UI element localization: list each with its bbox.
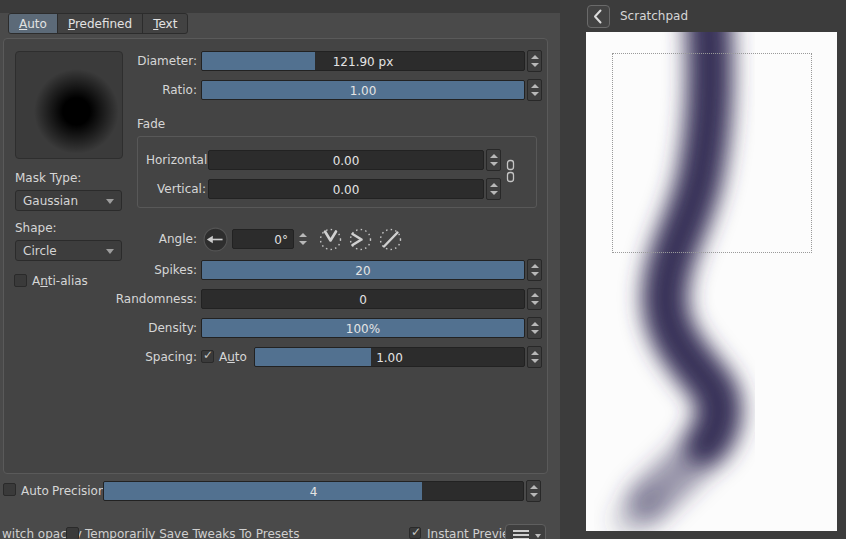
check-icon: ✓ (411, 525, 421, 539)
spacing-auto-accel: u (227, 350, 235, 364)
spin-up-icon[interactable] (490, 183, 498, 187)
spin-down-icon[interactable] (531, 330, 539, 334)
spin-up-icon[interactable] (299, 233, 307, 237)
spin-down-icon[interactable] (531, 92, 539, 96)
precision-auto-label: Auto (21, 484, 49, 498)
ratio-value: 1.00 (202, 84, 524, 98)
spin-up-icon[interactable] (531, 84, 539, 88)
spikes-label: Spikes: (4, 263, 197, 277)
spacing-label: Spacing: (4, 350, 197, 364)
spacing-auto-checkbox[interactable]: ✓ (201, 350, 214, 363)
diameter-label: Diameter: (4, 54, 197, 68)
spin-down-icon[interactable] (490, 162, 498, 166)
spacing-auto-label: Auto (219, 350, 247, 364)
fade-vertical-label: Vertical: (146, 182, 206, 196)
link-fade-icon[interactable] (504, 159, 517, 183)
spacing-value: 1.00 (255, 351, 524, 365)
spin-down-icon[interactable] (299, 241, 307, 245)
spin-down-icon[interactable] (530, 493, 538, 497)
fade-horizontal-spinner[interactable] (486, 149, 501, 171)
fade-vertical-slider[interactable]: 0.00 (208, 179, 484, 199)
angle-spinner[interactable] (295, 228, 310, 250)
tab-text[interactable]: Text (143, 14, 187, 33)
fade-group-title: Fade (137, 117, 165, 131)
precision-value: 4 (104, 485, 523, 499)
angle-dial[interactable] (203, 227, 228, 252)
brush-settings-pane: Auto Predefined Text Mask Type: Gaussian… (0, 0, 560, 539)
scratchpad-pane: Scratchpad (560, 0, 846, 539)
mask-type-label: Mask Type: (15, 171, 81, 185)
ratio-spinner[interactable] (527, 79, 542, 101)
density-spinner[interactable] (527, 317, 542, 339)
scratchpad-back-button[interactable] (587, 5, 610, 28)
spikes-value: 20 (202, 264, 524, 278)
angle-label: Angle: (4, 232, 197, 246)
tab-predefined-accel: P (68, 17, 75, 31)
check-icon: ✓ (203, 348, 213, 362)
mask-type-value: Gaussian (23, 194, 78, 208)
spacing-auto-pre: A (219, 350, 227, 364)
angle-reset-up-icon[interactable] (318, 227, 343, 252)
spacing-spinner[interactable] (527, 346, 542, 368)
randomness-slider[interactable]: 0 (201, 289, 525, 309)
tab-auto[interactable]: Auto (9, 14, 58, 33)
top-strip (0, 0, 560, 13)
mask-type-dropdown[interactable]: Gaussian (15, 190, 122, 211)
spikes-slider[interactable]: 20 (201, 260, 525, 280)
auto-brush-panel: Mask Type: Gaussian Shape: Circle Anti-a… (3, 38, 548, 474)
spacing-slider[interactable]: 1.00 (254, 347, 525, 367)
spin-down-icon[interactable] (531, 301, 539, 305)
ratio-slider[interactable]: 1.00 (201, 80, 525, 100)
fade-groupbox: Horizontal: 0.00 Vertical: 0.00 (137, 136, 537, 208)
spin-up-icon[interactable] (531, 55, 539, 59)
presets-menu-button[interactable] (505, 524, 546, 539)
density-label: Density: (4, 321, 197, 335)
save-tweaks-label: Temporarily Save Tweaks To Presets (85, 527, 299, 539)
density-slider[interactable]: 100% (201, 318, 525, 338)
precision-auto-checkbox[interactable] (3, 483, 16, 496)
randomness-value: 0 (202, 293, 524, 307)
spacing-auto-post: to (235, 350, 247, 364)
spin-down-icon[interactable] (490, 191, 498, 195)
tab-predefined-label: redefined (75, 17, 132, 31)
scratchpad-preset-area (612, 53, 812, 253)
spin-down-icon[interactable] (531, 63, 539, 67)
brush-tip-tabbar: Auto Predefined Text (8, 13, 188, 34)
spin-up-icon[interactable] (490, 154, 498, 158)
spin-up-icon[interactable] (531, 293, 539, 297)
spin-up-icon[interactable] (531, 264, 539, 268)
precision-spinner[interactable] (526, 480, 541, 502)
save-tweaks-checkbox[interactable] (66, 527, 79, 539)
tab-auto-accel: A (19, 17, 27, 31)
spin-down-icon[interactable] (531, 272, 539, 276)
diameter-value: 121.90 px (202, 55, 524, 69)
spin-up-icon[interactable] (530, 485, 538, 489)
brush-editor-window: Auto Predefined Text Mask Type: Gaussian… (0, 0, 846, 539)
angle-spinbox[interactable]: 0° (232, 229, 294, 249)
chevron-left-icon (588, 6, 609, 27)
precision-slider[interactable]: 4 (103, 481, 524, 501)
spin-up-icon[interactable] (531, 351, 539, 355)
spin-down-icon[interactable] (531, 359, 539, 363)
instant-preview-checkbox[interactable]: ✓ (409, 527, 421, 539)
angle-reset-left-icon[interactable] (348, 227, 373, 252)
precision-label: Precision: (52, 484, 110, 498)
angle-value: 0° (274, 233, 288, 247)
tab-text-label: ext (158, 17, 177, 31)
fade-vertical-spinner[interactable] (486, 178, 501, 200)
shape-value: Circle (23, 244, 57, 258)
scratchpad-title: Scratchpad (620, 9, 688, 23)
scratchpad-canvas[interactable] (586, 32, 837, 531)
chevron-down-icon (535, 534, 541, 538)
spikes-spinner[interactable] (527, 259, 542, 281)
spin-up-icon[interactable] (531, 322, 539, 326)
fade-horizontal-label: Horizontal: (146, 153, 206, 167)
randomness-spinner[interactable] (527, 288, 542, 310)
tab-predefined[interactable]: Predefined (58, 14, 143, 33)
fade-horizontal-slider[interactable]: 0.00 (208, 150, 484, 170)
angle-reset-diagonal-icon[interactable] (378, 227, 403, 252)
diameter-slider[interactable]: 121.90 px (201, 51, 525, 71)
fade-horizontal-value: 0.00 (209, 154, 483, 168)
chevron-down-icon (106, 249, 114, 254)
diameter-spinner[interactable] (527, 50, 542, 72)
